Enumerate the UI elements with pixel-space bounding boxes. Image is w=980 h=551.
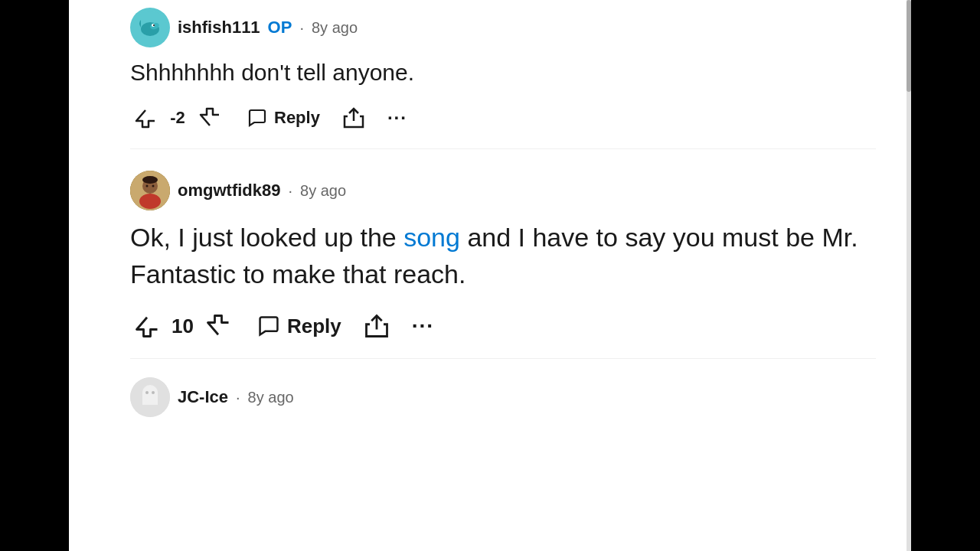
avatar-jc-ice: [130, 377, 170, 417]
svg-point-6: [139, 194, 161, 209]
share-button-1[interactable]: [341, 106, 366, 130]
upvote-button-2[interactable]: [130, 309, 164, 343]
vote-count-1: -2: [168, 108, 187, 128]
avatar-ishfish111: [130, 8, 170, 47]
upvote-button-1[interactable]: [130, 103, 161, 133]
comment-3: JC-Ice · 8y ago: [130, 359, 876, 417]
timestamp-2: 8y ago: [300, 182, 346, 200]
comment-1-text: Shhhhhhh don't tell anyone.: [130, 57, 876, 89]
reply-button-1[interactable]: Reply: [247, 107, 320, 129]
downvote-button-2[interactable]: [201, 309, 235, 343]
comment-2-text: Ok, I just looked up the song and I have…: [130, 220, 876, 292]
op-badge-1: OP: [268, 18, 292, 37]
comment-3-header: JC-Ice · 8y ago: [130, 377, 876, 417]
svg-point-4: [153, 24, 155, 26]
comment-2-text-before: Ok, I just looked up the: [130, 223, 403, 252]
comment-1-actions: -2 Reply: [130, 103, 876, 133]
svg-point-15: [152, 391, 155, 394]
svg-point-9: [146, 185, 149, 187]
reply-button-2[interactable]: Reply: [256, 314, 341, 338]
comment-2: omgwtfidk89 · 8y ago Ok, I just looked u…: [130, 149, 876, 359]
scrollbar-thumb[interactable]: [906, 0, 911, 92]
timestamp-3: 8y ago: [248, 389, 294, 406]
svg-point-8: [142, 176, 158, 184]
reply-label-2: Reply: [287, 315, 341, 338]
share-button-2[interactable]: [363, 312, 390, 340]
downvote-button-1[interactable]: [194, 103, 225, 133]
avatar-omgwtfidk89: [130, 171, 170, 210]
more-button-2[interactable]: ···: [412, 314, 434, 338]
comment-1-header: ishfish111 OP · 8y ago: [130, 8, 876, 47]
comment-1: ishfish111 OP · 8y ago Shhhhhhh don't te…: [130, 0, 876, 149]
svg-point-10: [152, 185, 155, 187]
vote-count-2: 10: [172, 315, 194, 338]
comment-2-link[interactable]: song: [403, 223, 460, 252]
vote-group-1: -2: [130, 103, 225, 133]
comment-2-actions: 10 Reply: [130, 309, 876, 343]
username-jc-ice: JC-Ice: [178, 387, 228, 407]
more-button-1[interactable]: ···: [387, 107, 407, 129]
username-omgwtfidk89: omgwtfidk89: [178, 181, 280, 201]
vote-group-2: 10: [130, 309, 235, 343]
comment-2-header: omgwtfidk89 · 8y ago: [130, 171, 876, 210]
timestamp-1: 8y ago: [312, 19, 358, 37]
svg-point-14: [145, 391, 149, 394]
username-ishfish111: ishfish111: [178, 18, 260, 37]
reply-label-1: Reply: [274, 108, 320, 128]
scrollbar[interactable]: [906, 0, 911, 551]
